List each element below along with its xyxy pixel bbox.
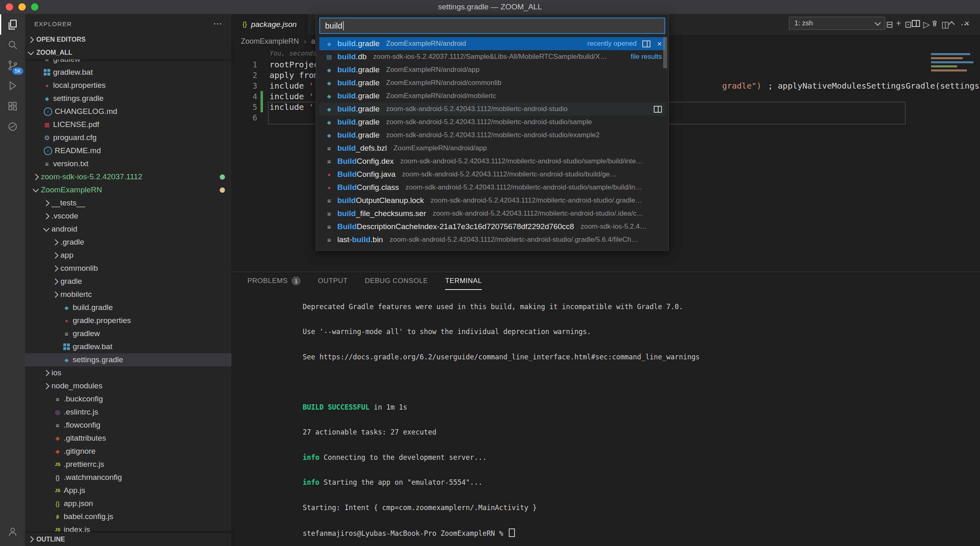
quick-open-item[interactable]: ◆ build.gradle ZoomExampleRN/android/app… <box>319 63 665 76</box>
result-filename: build.gradle <box>337 65 380 74</box>
tree-item[interactable]: JS App.js <box>25 484 232 497</box>
source-control-icon[interactable]: 5K <box>0 55 25 76</box>
tree-item[interactable]: i README.md <box>25 144 232 157</box>
tree-item[interactable]: .vscode <box>25 209 232 223</box>
tree-item[interactable]: zoom-sdk-ios-5.2.42037.1112 <box>25 170 232 183</box>
tree-item[interactable]: node_modules <box>25 379 232 392</box>
tree-item[interactable]: ⚙ proguard.cfg <box>25 131 232 144</box>
tree-item[interactable]: gradlew.bat <box>25 340 232 353</box>
panel-tab[interactable]: TERMINAL <box>445 272 482 290</box>
tree-item[interactable]: {} .watchmanconfig <box>25 471 232 484</box>
tree-item[interactable]: {} app.json <box>25 497 232 510</box>
tree-item[interactable]: ◈ .gitattributes <box>25 432 232 445</box>
tree-item[interactable]: β babel.config.js <box>25 510 232 523</box>
extensions-icon[interactable] <box>0 96 25 116</box>
split-terminal-icon[interactable] <box>912 20 920 27</box>
tree-item[interactable]: ◈ .gitignore <box>25 445 232 458</box>
tree-item[interactable]: commonlib <box>25 262 232 275</box>
explorer-icon[interactable] <box>0 14 25 35</box>
quick-open-item[interactable]: ◆ build.gradle ZoomExampleRN/android rec… <box>319 37 665 50</box>
tree-item[interactable]: __tests__ <box>25 196 232 209</box>
quick-open-item[interactable]: ≡ BuildDescriptionCacheIndex-21a17e3c16d… <box>319 220 665 233</box>
quick-open-item[interactable]: ◆ build.gradle zoom-sdk-android-5.2.4204… <box>319 103 665 116</box>
terminal-text: Starting the app on "emulator-5554"... <box>319 478 482 486</box>
remove-from-history-icon[interactable]: × <box>657 40 662 48</box>
result-path: ZoomExampleRN/android/commonlib <box>386 79 657 87</box>
tree-item-label: version.txt <box>53 159 89 168</box>
remote-explorer-icon[interactable] <box>0 116 25 137</box>
new-terminal-icon[interactable]: + <box>896 18 901 28</box>
quick-open-item[interactable]: ◆ build.gradle ZoomExampleRN/android/mob… <box>319 89 665 103</box>
zoom-window-button[interactable] <box>31 3 38 11</box>
tree-item[interactable]: .gradle <box>25 236 232 249</box>
terminal-picker[interactable]: 1: zsh <box>789 17 885 30</box>
open-editors-header[interactable]: OPEN EDITORS <box>25 33 232 46</box>
tab-package-json[interactable]: {} package.json <box>232 14 308 35</box>
git-gutter-indicator <box>261 70 263 80</box>
close-panel-icon[interactable]: × <box>964 18 969 28</box>
close-window-button[interactable] <box>6 3 13 11</box>
quick-open-item[interactable]: ≡ BuildConfig.dex zoom-sdk-android-5.2.4… <box>319 155 665 168</box>
accounts-icon[interactable] <box>0 521 25 542</box>
quick-open-item[interactable]: ≡ build_defs.bzl ZoomExampleRN/android/a… <box>319 142 665 155</box>
file-type-icon: i <box>44 147 52 155</box>
tree-item[interactable]: gradle <box>25 275 232 288</box>
terminal-text <box>303 378 307 386</box>
tree-item[interactable]: gradlew.bat <box>25 66 232 79</box>
quick-open-item[interactable]: ◆ build.gradle zoom-sdk-android-5.2.4204… <box>319 129 665 142</box>
quick-open-item[interactable]: ● BuildConfig.java zoom-sdk-android-5.2.… <box>319 168 665 181</box>
open-to-side-icon[interactable] <box>642 40 650 47</box>
tree-item[interactable]: ≡ version.txt <box>25 157 232 170</box>
tree-item[interactable]: android <box>25 223 232 236</box>
tree-item[interactable]: app <box>25 249 232 262</box>
quick-open-item[interactable]: ≡ build_file_checksums.ser zoom-sdk-andr… <box>319 207 665 220</box>
tree-item[interactable]: i CHANGELOG.md <box>25 105 232 118</box>
tree-item[interactable]: ios <box>25 366 232 379</box>
tree-item[interactable]: JS index.js <box>25 523 232 532</box>
tree-item[interactable]: ● gradle.properties <box>25 314 232 327</box>
kill-terminal-icon[interactable] <box>931 19 939 27</box>
tree-item[interactable]: ≡ .buckconfig <box>25 392 232 406</box>
tree-item-label: gradlew <box>73 329 100 338</box>
terminal[interactable]: Deprecated Gradle features were used in … <box>232 290 980 546</box>
more-actions-icon[interactable]: ⋯ <box>213 18 223 29</box>
tree-item[interactable]: JS .prettierrc.js <box>25 458 232 471</box>
tree-item[interactable]: ≡ gradlew <box>25 327 232 340</box>
minimap[interactable] <box>931 51 978 74</box>
maximize-panel-icon[interactable] <box>949 20 954 27</box>
tree-item[interactable]: ● local.properties <box>25 79 232 92</box>
breadcrumb-root[interactable]: ZoomExampleRN <box>241 37 299 46</box>
scrollbar-thumb[interactable] <box>663 37 667 68</box>
open-to-side-icon[interactable] <box>654 106 662 113</box>
tree-item[interactable]: ≡ .flowconfig <box>25 419 232 432</box>
tree-item[interactable]: ≡ gradlew <box>25 59 232 66</box>
quick-open-item[interactable]: ◆ build.gradle ZoomExampleRN/android/com… <box>319 76 665 89</box>
quick-open-item[interactable]: ▤ build.db zoom-sdk-ios-5.2.42037.1112/S… <box>319 50 665 63</box>
quick-open-item[interactable]: ≡ last-build.bin zoom-sdk-android-5.2.42… <box>319 233 665 246</box>
outline-label: OUTLINE <box>36 536 65 543</box>
quick-open-item[interactable]: ◆ build.gradle zoom-sdk-android-5.2.4204… <box>319 116 665 129</box>
line-number: 6 <box>232 112 257 123</box>
tree-item[interactable]: ◆ build.gradle <box>25 301 232 314</box>
workspace-header[interactable]: ZOOM_ALL <box>25 46 232 59</box>
run-debug-icon[interactable] <box>0 76 25 96</box>
minimize-window-button[interactable] <box>18 3 26 11</box>
tree-item[interactable]: ◆ settings.gradle <box>25 353 232 366</box>
tree-item-label: mobilertc <box>60 290 92 299</box>
outline-header[interactable]: OUTLINE <box>25 532 232 546</box>
panel-tab[interactable]: OUTPUT <box>318 272 347 290</box>
breadcrumb-leaf[interactable]: a <box>311 37 315 46</box>
quick-open-input[interactable]: build <box>319 18 665 34</box>
tree-item-label: node_modules <box>51 381 102 390</box>
terminal-line: 27 actionable tasks: 27 executed <box>244 420 980 445</box>
quick-open-item[interactable]: ● BuildConfig.class zoom-sdk-android-5.2… <box>319 181 665 194</box>
panel-tab[interactable]: PROBLEMS 1 <box>247 272 301 290</box>
panel-tab[interactable]: DEBUG CONSOLE <box>365 272 428 290</box>
tree-item[interactable]: ZoomExampleRN <box>25 183 232 196</box>
tree-item[interactable]: mobilertc <box>25 288 232 301</box>
search-icon[interactable] <box>0 35 25 55</box>
quick-open-item[interactable]: ≡ buildOutputCleanup.lock zoom-sdk-andro… <box>319 194 665 207</box>
tree-item[interactable]: ◎ .eslintrc.js <box>25 406 232 419</box>
tree-item[interactable]: ◆ settings.gradle <box>25 92 232 105</box>
tree-item[interactable]: ▦ LICENSE.pdf <box>25 118 232 131</box>
